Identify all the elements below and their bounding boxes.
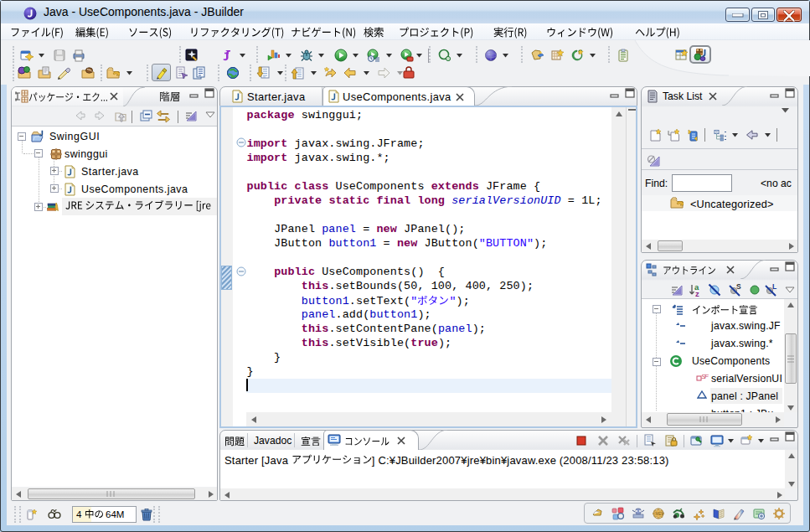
svg-text:F: F xyxy=(704,373,709,380)
svg-text:z: z xyxy=(695,289,699,297)
svg-text:MEV: MEV xyxy=(656,512,664,516)
svg-text:L: L xyxy=(772,283,776,291)
svg-text:S: S xyxy=(736,283,741,291)
